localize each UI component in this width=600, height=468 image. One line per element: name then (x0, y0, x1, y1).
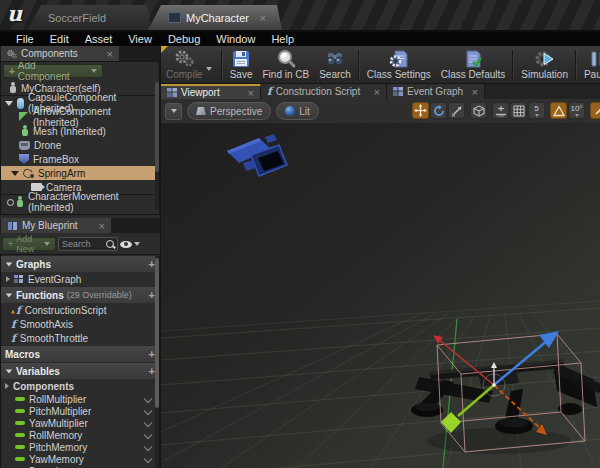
tree-item-framebox[interactable]: FrameBox (1, 152, 159, 166)
variable-rollmemory[interactable]: RollMemory (1, 429, 159, 441)
close-icon[interactable] (248, 88, 254, 98)
visibility-filter-button[interactable] (120, 241, 140, 248)
tree-item-springarm[interactable]: SpringArm (1, 166, 159, 180)
tab-construction-script[interactable]: f Construction Script (261, 84, 387, 99)
eye-icon (120, 241, 132, 248)
perspective-button[interactable]: Perspective (187, 102, 271, 120)
my-blueprint-icon (7, 221, 18, 231)
variable-yawmultiplier[interactable]: YawMultiplier (1, 417, 159, 429)
tab-event-graph[interactable]: Event Graph (387, 84, 485, 99)
rotation-snap-button[interactable] (550, 102, 567, 119)
tree-item-drone[interactable]: Drone (1, 138, 159, 152)
grid-snap-value-button[interactable]: 5 (528, 102, 545, 119)
close-icon[interactable] (472, 87, 478, 97)
viewport-tabrow: Viewport f Construction Script Event Gra… (161, 84, 600, 99)
chevron-down-icon[interactable] (206, 67, 212, 71)
spring-arm-icon (23, 168, 34, 178)
menu-view[interactable]: View (120, 32, 160, 46)
gear-play-icon (534, 49, 556, 69)
doc-tab-mycharacter[interactable]: MyCharacter (148, 5, 282, 30)
rotate-tool-button[interactable] (430, 102, 447, 119)
variable-rollmultiplier[interactable]: RollMultiplier (1, 393, 159, 405)
add-component-button[interactable]: + Add Component (3, 64, 103, 78)
chevron-down-icon[interactable] (144, 443, 152, 451)
viewport-canvas[interactable] (161, 123, 600, 468)
components-icon (7, 49, 17, 59)
chevron-down-icon[interactable] (144, 431, 152, 439)
close-icon[interactable] (374, 87, 380, 97)
collapse-arrow-icon[interactable] (6, 276, 10, 282)
tree-item-charactermovement[interactable]: CharacterMovement (Inherited) (1, 195, 159, 209)
close-icon[interactable] (260, 13, 266, 23)
doc-tab-label: SoccerField (48, 12, 106, 24)
tab-viewport[interactable]: Viewport (161, 84, 261, 99)
blueprint-toolbar: Compile Save Find in CB (161, 46, 600, 84)
list-item-smooththrottle[interactable]: f SmoothThrottle (1, 331, 159, 345)
menu-window[interactable]: Window (208, 32, 263, 46)
search-button[interactable]: Search (314, 47, 356, 82)
float-pin-icon (15, 457, 25, 461)
variable-pitchmemory[interactable]: PitchMemory (1, 441, 159, 453)
list-item-eventgraph[interactable]: EventGraph (1, 272, 159, 286)
expand-arrow-icon[interactable] (11, 171, 19, 176)
unreal-editor-window: u SoccerField MyCharacter File Edit Asse… (0, 0, 600, 468)
scale-snap-button[interactable] (590, 102, 600, 119)
section-graphs[interactable]: Graphs + (1, 255, 159, 272)
chevron-down-icon[interactable] (144, 407, 152, 415)
rotation-snap-value-button[interactable]: 10° (568, 102, 585, 119)
tab-components[interactable]: Components (1, 46, 119, 61)
search-box (58, 237, 118, 251)
search-input[interactable] (59, 239, 106, 249)
collapse-arrow-icon[interactable] (5, 383, 9, 389)
chevron-down-icon[interactable] (144, 395, 152, 403)
list-item-constructionscript[interactable]: f ConstructionScript (1, 303, 159, 317)
close-icon[interactable] (107, 49, 113, 59)
doc-check-icon (462, 49, 484, 69)
scale-tool-button[interactable] (448, 102, 465, 119)
section-macros[interactable]: Macros + (1, 345, 159, 362)
surface-snap-button[interactable] (492, 102, 509, 119)
menu-asset[interactable]: Asset (77, 32, 121, 46)
list-item-smoothaxis[interactable]: f SmoothAxis (1, 317, 159, 331)
chevron-down-icon[interactable] (144, 419, 152, 427)
variable-yawmemory[interactable]: YawMemory (1, 453, 159, 465)
grid-snap-button[interactable] (510, 102, 527, 119)
category-components[interactable]: Components (1, 379, 159, 393)
menu-bar: File Edit Asset View Debug Window Help (0, 32, 600, 46)
lit-button[interactable]: Lit (276, 102, 319, 120)
doc-tab-soccerfield[interactable]: SoccerField (28, 5, 152, 30)
function-icon: f (267, 85, 272, 98)
section-functions[interactable]: Functions (29 Overridable) + (1, 286, 159, 303)
add-new-button[interactable]: + Add New (2, 237, 56, 251)
angle-snap-icon (553, 105, 565, 117)
document-tabbar: u SoccerField MyCharacter (0, 0, 600, 32)
class-settings-button[interactable]: Class Settings (362, 47, 436, 82)
tab-my-blueprint[interactable]: My Blueprint (1, 218, 111, 233)
find-in-cb-button[interactable]: Find in CB (257, 47, 314, 82)
skeletal-mesh-icon (21, 125, 29, 137)
chevron-down-icon[interactable] (144, 455, 152, 463)
save-button[interactable]: Save (225, 47, 258, 82)
class-defaults-button[interactable]: Class Defaults (436, 47, 510, 82)
close-icon[interactable] (99, 221, 105, 231)
simulation-button[interactable]: Simulation (516, 47, 573, 82)
move-tool-button[interactable] (412, 102, 429, 119)
variable-pitchmultiplier[interactable]: PitchMultiplier (1, 405, 159, 417)
pause-button[interactable]: Pause (579, 47, 600, 82)
expand-arrow-icon[interactable] (5, 101, 13, 106)
world-coordinate-button[interactable] (470, 102, 487, 119)
expand-arrow-icon (6, 293, 12, 297)
viewport-options-button[interactable] (165, 103, 182, 120)
tree-item-arrowcomponent[interactable]: ArrowComponent (Inherited) (1, 110, 159, 124)
menu-file[interactable]: File (8, 32, 42, 46)
components-scrollbar[interactable] (155, 82, 159, 210)
myblueprint-scrollbar[interactable] (155, 256, 159, 468)
menu-debug[interactable]: Debug (160, 32, 208, 46)
floppy-icon (231, 49, 251, 69)
menu-edit[interactable]: Edit (42, 32, 77, 46)
menu-help[interactable]: Help (263, 32, 302, 46)
float-pin-icon (15, 421, 25, 425)
viewport-background[interactable] (161, 123, 600, 468)
compile-button[interactable]: Compile (161, 47, 219, 82)
section-variables[interactable]: Variables + (1, 362, 159, 379)
